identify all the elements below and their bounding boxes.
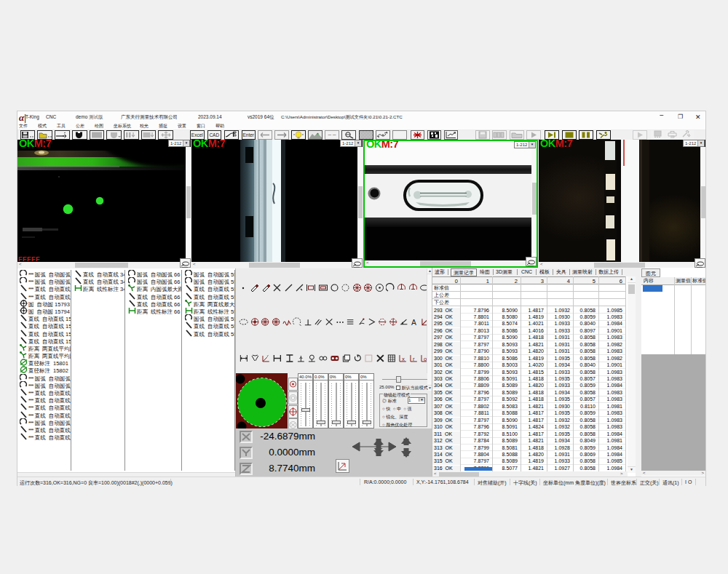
- svg-text:x: x: [402, 355, 405, 362]
- svg-text:A: A: [411, 318, 416, 326]
- svg-text:r: r: [413, 355, 415, 362]
